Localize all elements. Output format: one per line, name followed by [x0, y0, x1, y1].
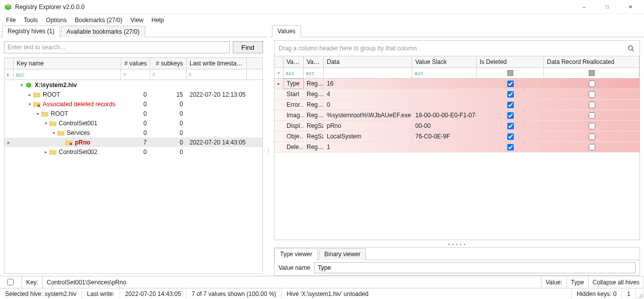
svg-point-9 — [641, 297, 642, 298]
values-row[interactable]: Obje…RegSzLocalSystem76-C0-0E-9F — [274, 131, 639, 142]
cell-data: 16 — [324, 79, 412, 89]
filter-realloc[interactable] — [544, 68, 639, 78]
value-type: Type — [567, 276, 589, 288]
reallocated-checkbox[interactable] — [589, 133, 595, 140]
folder-deleted-icon — [33, 101, 41, 108]
tab-values[interactable]: Values — [272, 25, 301, 37]
filter-ts[interactable]: = — [187, 69, 247, 80]
reallocated-checkbox[interactable] — [589, 91, 595, 98]
search-input[interactable] — [4, 41, 230, 53]
tree-grid[interactable]: Key name # values # subkeys Last write t… — [4, 57, 263, 274]
deleted-checkbox[interactable] — [507, 81, 514, 87]
deleted-checkbox[interactable] — [507, 144, 514, 151]
filter-values[interactable]: = — [121, 69, 150, 80]
col-num-subkeys[interactable]: # subkeys — [150, 58, 187, 69]
status-lastwrite-label: Last write: — [82, 288, 120, 299]
filter-key[interactable]: a▯c — [14, 69, 121, 80]
cell-is-deleted — [477, 89, 544, 100]
tree-row[interactable]: ▾ROOT 00 — [5, 109, 262, 118]
status-message: Hive 'X:\system1.hiv' unloaded — [282, 288, 572, 299]
reallocated-checkbox[interactable] — [589, 81, 595, 87]
reallocated-checkbox[interactable] — [589, 123, 595, 129]
menu-bookmarks[interactable]: Bookmarks (27/0) — [71, 15, 127, 25]
svg-point-13 — [640, 295, 641, 296]
expander-icon[interactable]: ▾ — [43, 121, 49, 126]
tree-row[interactable]: ▾ControlSet001 00 — [5, 118, 262, 128]
key-checkbox[interactable] — [7, 279, 14, 285]
search-icon[interactable] — [626, 44, 635, 53]
col-last-write[interactable]: Last write timestamp — [187, 58, 247, 69]
tree-row[interactable]: ▸ROOT 0152022-07-20 12:13:05 — [5, 90, 262, 99]
values-row[interactable]: Imag…Reg…%systemroot%\WJbAUeEF.exe18-00-… — [274, 110, 639, 121]
tree-row[interactable]: ▾Associated deleted records 00 — [5, 99, 262, 109]
deleted-checkbox[interactable] — [507, 133, 514, 140]
col-is-deleted[interactable]: Is Deleted — [477, 56, 544, 67]
expander-icon[interactable]: ▾ — [51, 130, 57, 135]
col-num-values[interactable]: # values — [121, 58, 150, 69]
cell-data: LocalSystem — [324, 131, 412, 142]
col-data[interactable]: Data — [324, 56, 412, 67]
cell-is-deleted — [477, 110, 544, 121]
values-row[interactable]: Error…Reg…0 — [274, 100, 639, 110]
menu-tools[interactable]: Tools — [20, 15, 42, 25]
expander-icon[interactable]: ▾ — [27, 102, 33, 107]
reallocated-checkbox[interactable] — [589, 102, 595, 108]
tree-row-selected[interactable]: ▸ pRno 702022-07-20 14:43:05 — [5, 137, 262, 147]
values-row[interactable]: Dele…Reg…1 — [274, 142, 639, 153]
filter-subkeys[interactable]: = — [150, 69, 187, 80]
collapse-all-hives[interactable]: Collapse all hives — [589, 276, 644, 288]
cell-value-type: Reg… — [304, 79, 324, 89]
value-name-label: Value name — [279, 264, 310, 271]
filter-value-name[interactable]: a▯c — [284, 68, 304, 78]
deleted-checkbox[interactable] — [507, 91, 514, 98]
values-row[interactable]: ▸TypeReg…16 — [274, 79, 639, 89]
tab-available-bookmarks[interactable]: Available bookmarks (27/0) — [61, 26, 145, 37]
tree-row-hive[interactable]: ▾X:\system2.hiv — [5, 80, 262, 90]
window-close[interactable]: ✕ — [619, 0, 642, 14]
horizontal-splitter[interactable]: • • • • • — [274, 242, 640, 247]
tree-row[interactable]: ▾Services 00 — [5, 128, 262, 137]
filter-data[interactable] — [324, 68, 412, 78]
col-reallocated[interactable]: Data Record Reallocated — [544, 56, 639, 67]
cell-value-name: Type — [284, 79, 304, 89]
filter-handle[interactable]: ▾ — [274, 68, 284, 78]
menu-help[interactable]: Help — [147, 15, 168, 25]
values-grid[interactable]: Drag a column header here to group by th… — [274, 40, 640, 240]
col-value-type[interactable]: Valu… — [304, 56, 324, 67]
menu-file[interactable]: File — [2, 15, 20, 25]
menu-view[interactable]: View — [126, 15, 147, 25]
col-value-slack[interactable]: Value Slack — [412, 56, 477, 67]
window-minimize[interactable]: – — [573, 0, 596, 14]
left-tabs: Registry hives (1) Available bookmarks (… — [0, 26, 267, 37]
find-button[interactable]: Find — [233, 41, 263, 53]
col-key-name[interactable]: Key name — [14, 58, 121, 69]
values-row[interactable]: Displ…RegSzpRno00-00 — [274, 121, 639, 131]
filter-value-type[interactable]: a▯c — [304, 68, 324, 78]
tab-registry-hives[interactable]: Registry hives (1) — [2, 25, 60, 37]
tab-binary-viewer[interactable]: Binary viewer — [319, 248, 366, 260]
filter-deleted[interactable] — [477, 68, 544, 78]
reallocated-checkbox[interactable] — [589, 144, 595, 151]
tab-type-viewer[interactable]: Type viewer — [274, 248, 318, 260]
deleted-checkbox[interactable] — [507, 102, 514, 108]
tree-row[interactable]: ▸ControlSet002 00 — [5, 147, 262, 157]
window-maximize[interactable]: □ — [596, 0, 619, 14]
expander-icon[interactable]: ▾ — [35, 111, 41, 116]
reallocated-checkbox[interactable] — [589, 112, 595, 119]
cell-data: 0 — [324, 100, 412, 110]
expander-icon[interactable]: ▸ — [27, 92, 33, 97]
expander-icon[interactable]: ▾ — [19, 83, 25, 88]
folder-icon — [49, 120, 57, 127]
values-row[interactable]: StartReg…4 — [274, 89, 639, 100]
value-name-input[interactable] — [314, 262, 635, 273]
menu-options[interactable]: Options — [42, 15, 70, 25]
values-grid-body: ▸TypeReg…16StartReg…4Error…Reg…0Imag…Reg… — [274, 79, 639, 240]
deleted-checkbox[interactable] — [507, 123, 514, 129]
filter-handle[interactable]: ▾ — [5, 69, 14, 80]
filter-slack[interactable]: a▯c — [412, 68, 477, 78]
resize-grip-icon[interactable] — [637, 292, 643, 298]
col-value-name[interactable]: Valu… — [284, 56, 304, 67]
expander-icon[interactable]: ▸ — [43, 150, 49, 155]
deleted-checkbox[interactable] — [507, 112, 514, 119]
key-path: ControlSet001\Services\pRno — [43, 276, 541, 288]
